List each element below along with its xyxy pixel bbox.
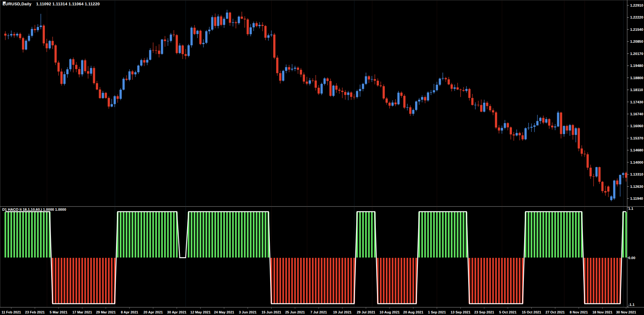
candle-body (256, 23, 258, 26)
haco-histogram-bar-down (274, 258, 275, 303)
candle-body (164, 40, 166, 41)
time-axis-label: 15 Oct 2021 (522, 310, 541, 314)
haco-histogram-bar-down (330, 258, 331, 303)
candle-body (557, 112, 559, 126)
candle-body (244, 19, 246, 19)
haco-histogram-bar-up (454, 212, 455, 258)
haco-histogram-bar-down (616, 258, 618, 303)
haco-histogram-bar-up (241, 212, 242, 258)
haco-histogram-bar-down (341, 258, 343, 303)
haco-histogram-bar-up (253, 212, 254, 258)
haco-histogram-bar-down (81, 258, 83, 303)
candle-body (250, 27, 252, 34)
price-axis-label: 1.20170 (630, 52, 643, 56)
candle-body (167, 41, 169, 41)
candle-body (66, 69, 69, 74)
candle-wick (313, 78, 313, 82)
candle-body (291, 69, 293, 70)
haco-histogram-bar-down (280, 258, 281, 303)
candle-body (483, 103, 485, 112)
haco-histogram-bar-up (135, 212, 136, 258)
haco-histogram-bar-down (407, 258, 408, 303)
candle-wick (348, 91, 348, 100)
haco-histogram-bar-down (413, 258, 414, 303)
candle-body (421, 97, 423, 100)
candle-wick (342, 88, 342, 98)
candle-body (436, 85, 438, 90)
candle-body (439, 79, 441, 85)
haco-histogram-bar-down (596, 258, 597, 303)
candle-body (371, 79, 373, 79)
haco-histogram-bar-up (143, 212, 145, 258)
haco-histogram-bar-down (504, 258, 506, 303)
candle-body (433, 90, 435, 92)
candle-body (533, 125, 536, 127)
haco-histogram-bar-down (389, 258, 390, 303)
haco-histogram-bar-down (510, 258, 512, 303)
haco-histogram-bar-up (167, 212, 169, 258)
chart-canvas[interactable]: 1.229101.222201.215401.208501.201701.194… (0, 0, 644, 315)
candle-body (424, 97, 426, 100)
candle-body (131, 71, 134, 74)
candle-wick (528, 123, 529, 130)
candle-body (125, 79, 128, 80)
time-axis-label: 18 Nov 2021 (592, 310, 613, 314)
candle-body (211, 17, 214, 30)
candle-body (616, 181, 618, 184)
time-axis-label: 8 Nov 2021 (570, 310, 588, 314)
haco-histogram-bar-down (339, 258, 340, 303)
candle-wick (605, 186, 606, 196)
haco-histogram-bar-up (554, 212, 556, 258)
candle-body (338, 90, 341, 91)
price-axis-column[interactable] (627, 0, 644, 315)
haco-histogram-bar-down (401, 258, 402, 303)
haco-histogram-bar-down (344, 258, 346, 303)
candle-body (267, 35, 269, 38)
haco-histogram-bar-down (67, 258, 68, 303)
haco-histogram-bar-down (350, 258, 352, 303)
candle-body (185, 54, 187, 56)
haco-histogram-bar-up (542, 212, 544, 258)
candle-body (498, 128, 500, 131)
candle-body (22, 38, 24, 49)
candle-body (161, 40, 163, 54)
haco-histogram-bar-up (232, 212, 234, 258)
candle-body (380, 85, 382, 86)
haco-histogram-bar-down (483, 258, 485, 303)
candle-body (176, 35, 178, 53)
symbol-dropdown-icon[interactable] (3, 2, 6, 4)
candle-body (598, 167, 601, 182)
haco-histogram-bar-down (608, 258, 609, 303)
candle-body (530, 127, 533, 128)
haco-histogram-bar-down (90, 258, 92, 303)
haco-histogram-bar-down (386, 258, 387, 303)
price-axis-label: 1.13310 (630, 172, 643, 176)
candle-wick (443, 73, 443, 80)
haco-histogram-bar-up (173, 212, 175, 258)
indicator-axis-label: 0.00 (628, 256, 635, 260)
time-axis-label: 29 Jul 2021 (357, 310, 375, 314)
candle-body (199, 31, 202, 44)
candle-body (457, 87, 459, 90)
candle-body (613, 181, 615, 198)
haco-histogram-bar-down (398, 258, 399, 303)
candle-body (554, 127, 556, 128)
haco-histogram-bar-down (96, 258, 98, 303)
candle-body (93, 68, 95, 83)
haco-histogram-bar-up (223, 212, 225, 258)
candle-body (143, 60, 145, 62)
time-axis-label: 11 Feb 2021 (2, 310, 21, 314)
haco-histogram-bar-up (203, 212, 204, 258)
candle-body (522, 135, 524, 139)
candle-body (592, 176, 595, 177)
price-axis-label: 1.16740 (630, 112, 643, 116)
candle-body (208, 30, 210, 31)
haco-histogram-bar-down (315, 258, 316, 303)
candle-body (527, 128, 530, 128)
candle-body (264, 26, 267, 38)
time-axis-label: 23 Feb 2021 (25, 310, 45, 314)
haco-histogram-bar-down (84, 258, 86, 303)
haco-histogram-bar-down (327, 258, 328, 303)
haco-histogram-bar-down (303, 258, 305, 303)
haco-histogram-bar-down (477, 258, 479, 303)
